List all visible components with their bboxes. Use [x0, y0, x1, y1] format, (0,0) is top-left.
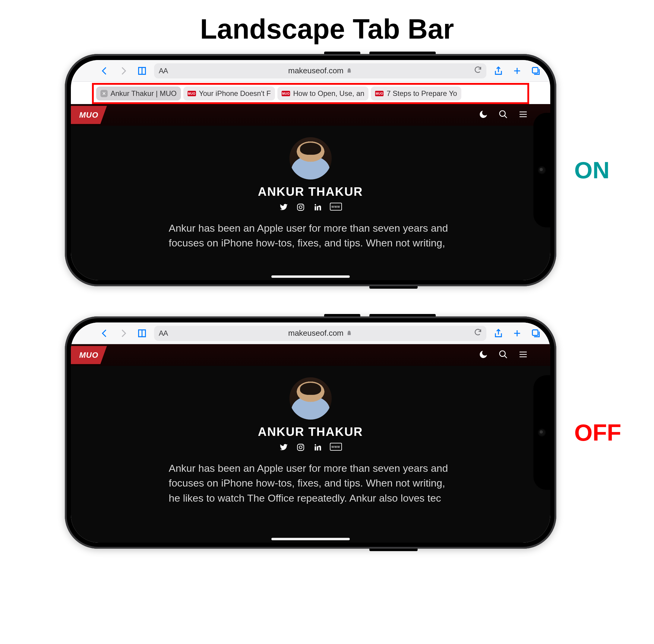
twitter-icon[interactable]: [279, 203, 288, 212]
address-bar[interactable]: AA makeuseof.com: [154, 326, 486, 341]
tab-active[interactable]: Ankur Thakur | MUO: [96, 87, 181, 100]
share-button[interactable]: [492, 327, 505, 340]
reload-button[interactable]: [474, 328, 482, 339]
site-header: MUO: [71, 344, 550, 366]
safari-toolbar: AA makeuseof.com: [71, 322, 550, 344]
menu-icon[interactable]: [518, 350, 528, 361]
text-size-button[interactable]: AA: [159, 329, 168, 338]
web-content: MUO ANKUR THAKUR www: [71, 344, 550, 543]
tab-item[interactable]: MUO How to Open, Use, an: [277, 87, 369, 100]
svg-point-3: [299, 206, 302, 208]
author-avatar: [289, 377, 332, 419]
back-button[interactable]: [98, 64, 111, 77]
phone-mockup-on: AA makeuseof.com: [65, 54, 556, 286]
favicon-muo-icon: MUO: [375, 91, 383, 96]
social-links: www: [71, 203, 550, 212]
safari-toolbar: AA makeuseof.com: [71, 60, 550, 82]
svg-point-1: [499, 111, 505, 116]
phone-notch: [533, 375, 550, 490]
svg-point-9: [302, 445, 303, 446]
svg-point-4: [302, 205, 303, 206]
tab-label: How to Open, Use, an: [293, 89, 364, 98]
tab-item[interactable]: MUO 7 Steps to Prepare Yo: [371, 87, 461, 100]
tab-bar-highlight-box: Ankur Thakur | MUO MUO Your iPhone Doesn…: [92, 83, 529, 104]
favicon-muo-icon: MUO: [282, 91, 290, 96]
svg-point-6: [499, 351, 505, 356]
website-icon[interactable]: www: [330, 443, 342, 451]
new-tab-button[interactable]: [511, 64, 524, 77]
menu-icon[interactable]: [518, 110, 528, 120]
social-links: www: [71, 443, 550, 452]
lock-icon: [347, 328, 352, 338]
dark-mode-icon[interactable]: [478, 350, 488, 361]
svg-rect-0: [532, 67, 538, 73]
home-indicator: [271, 538, 350, 540]
tabs-button[interactable]: [529, 64, 542, 77]
author-bio: Ankur has been an Apple user for more th…: [163, 221, 458, 251]
state-label-off: OFF: [575, 419, 653, 446]
tabs-button[interactable]: [529, 327, 542, 340]
instagram-icon[interactable]: [296, 443, 305, 452]
reload-button[interactable]: [474, 66, 482, 76]
new-tab-button[interactable]: [511, 327, 524, 340]
website-icon[interactable]: www: [330, 203, 342, 210]
bookmarks-button[interactable]: [135, 64, 149, 77]
site-header: MUO: [71, 104, 550, 126]
back-button[interactable]: [98, 327, 111, 340]
site-logo[interactable]: MUO: [71, 346, 107, 364]
dark-mode-icon[interactable]: [478, 110, 488, 120]
site-logo[interactable]: MUO: [71, 106, 107, 124]
tab-label: 7 Steps to Prepare Yo: [387, 89, 457, 98]
svg-point-8: [299, 446, 302, 448]
comparison-row-off: AA makeuseof.com: [0, 317, 654, 549]
bookmarks-button[interactable]: [135, 327, 149, 340]
favicon-muo-icon: MUO: [188, 91, 196, 96]
tab-item[interactable]: MUO Your iPhone Doesn't F: [183, 87, 275, 100]
phone-notch: [533, 113, 550, 227]
tab-label: Ankur Thakur | MUO: [111, 89, 177, 98]
share-button[interactable]: [492, 64, 505, 77]
linkedin-icon[interactable]: [313, 443, 322, 452]
close-tab-icon[interactable]: [100, 90, 108, 97]
tab-bar: Ankur Thakur | MUO MUO Your iPhone Doesn…: [94, 85, 528, 102]
search-icon[interactable]: [498, 350, 508, 361]
author-avatar: [289, 137, 332, 180]
address-bar[interactable]: AA makeuseof.com: [154, 63, 486, 78]
author-name: ANKUR THAKUR: [71, 185, 550, 199]
author-name: ANKUR THAKUR: [71, 425, 550, 439]
forward-button[interactable]: [117, 327, 130, 340]
home-indicator: [271, 275, 350, 278]
address-text: makeuseof.com: [288, 328, 344, 338]
forward-button[interactable]: [117, 64, 130, 77]
comparison-row-on: AA makeuseof.com: [0, 54, 654, 286]
lock-icon: [347, 66, 352, 75]
instagram-icon[interactable]: [296, 203, 305, 212]
twitter-icon[interactable]: [279, 443, 288, 452]
author-bio: Ankur has been an Apple user for more th…: [163, 461, 458, 506]
address-text: makeuseof.com: [288, 66, 344, 75]
linkedin-icon[interactable]: [313, 203, 322, 212]
web-content: MUO ANKUR THAKUR www: [71, 104, 550, 280]
tab-label: Your iPhone Doesn't F: [199, 89, 271, 98]
text-size-button[interactable]: AA: [159, 67, 168, 75]
state-label-on: ON: [575, 157, 653, 184]
page-title: Landscape Tab Bar: [0, 0, 654, 54]
search-icon[interactable]: [498, 110, 508, 120]
svg-rect-5: [532, 330, 538, 335]
phone-mockup-off: AA makeuseof.com: [65, 317, 556, 549]
